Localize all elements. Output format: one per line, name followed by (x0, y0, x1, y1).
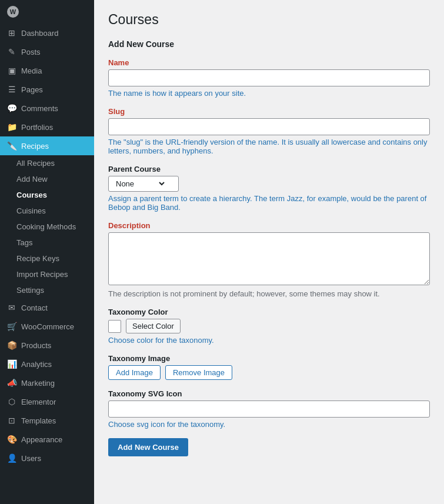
submenu-settings[interactable]: Settings (0, 282, 94, 298)
submenu-courses[interactable]: Courses (0, 187, 94, 203)
color-swatch (108, 320, 121, 333)
slug-label: Slug (108, 107, 430, 116)
sidebar: W ⊞ Dashboard ✎ Posts ▣ Media ☰ Pages 💬 … (0, 0, 94, 504)
sidebar-item-label: Contact (21, 303, 48, 312)
name-field-group: Name The name is how it appears on your … (108, 58, 430, 98)
taxonomy-color-hint: Choose color for the taxonomy. (108, 336, 430, 345)
woocommerce-icon: 🛒 (7, 322, 16, 331)
sidebar-logo: W (0, 0, 94, 24)
form-section-title: Add New Course (108, 39, 430, 49)
taxonomy-image-label: Taxonomy Image (108, 354, 430, 363)
add-new-course-button[interactable]: Add New Course (108, 438, 188, 456)
analytics-icon: 📊 (7, 359, 16, 369)
name-hint: The name is how it appears on your site. (108, 89, 430, 98)
active-indicator (92, 136, 94, 155)
sidebar-item-label: Marketing (21, 379, 55, 388)
sidebar-item-label: Recipes (21, 142, 49, 151)
description-hint: The description is not prominent by defa… (108, 289, 430, 298)
remove-image-button[interactable]: Remove Image (165, 365, 232, 380)
parent-course-select[interactable]: None (113, 179, 166, 189)
sidebar-item-analytics[interactable]: 📊 Analytics (0, 355, 94, 373)
sidebar-item-label: Posts (21, 48, 41, 56)
taxonomy-image-group: Taxonomy Image Add Image Remove Image (108, 354, 430, 380)
sidebar-item-dashboard[interactable]: ⊞ Dashboard (0, 24, 94, 42)
slug-hint: The "slug" is the URL-friendly version o… (108, 138, 430, 155)
description-field-group: Description The description is not promi… (108, 221, 430, 298)
media-icon: ▣ (7, 66, 16, 75)
taxonomy-svg-label: Taxonomy SVG Icon (108, 389, 430, 398)
parent-hint: Assign a parent term to create a hierarc… (108, 194, 430, 212)
sidebar-item-label: Users (21, 454, 41, 463)
sidebar-item-marketing[interactable]: 📣 Marketing (0, 373, 94, 392)
sidebar-item-contact[interactable]: ✉ Contact (0, 298, 94, 317)
sidebar-item-label: Templates (21, 416, 56, 425)
parent-course-select-wrapper[interactable]: None (108, 176, 179, 192)
sidebar-item-label: Comments (21, 104, 58, 113)
sidebar-item-products[interactable]: 📦 Products (0, 336, 94, 355)
description-textarea[interactable] (108, 232, 430, 285)
sidebar-item-label: Pages (21, 85, 43, 94)
main-content: Courses Add New Course Name The name is … (94, 0, 444, 504)
sidebar-item-comments[interactable]: 💬 Comments (0, 99, 94, 118)
comments-icon: 💬 (7, 104, 16, 113)
select-color-button[interactable]: Select Color (126, 319, 181, 333)
submit-section: Add New Course (108, 438, 430, 456)
sidebar-item-appearance[interactable]: 🎨 Appearance (0, 430, 94, 449)
parent-course-label: Parent Course (108, 165, 430, 173)
parent-course-field-group: Parent Course None Assign a parent term … (108, 165, 430, 212)
taxonomy-color-group: Taxonomy Color Select Color Choose color… (108, 308, 430, 345)
taxonomy-image-btn-group: Add Image Remove Image (108, 365, 430, 380)
portfolios-icon: 📁 (7, 122, 16, 132)
submenu-recipe-keys[interactable]: Recipe Keys (0, 251, 94, 266)
sidebar-item-pages[interactable]: ☰ Pages (0, 80, 94, 99)
posts-icon: ✎ (7, 47, 16, 56)
products-icon: 📦 (7, 341, 16, 350)
sidebar-item-users[interactable]: 👤 Users (0, 449, 94, 468)
pages-icon: ☰ (7, 85, 16, 94)
submenu-cooking-methods[interactable]: Cooking Methods (0, 219, 94, 235)
sidebar-item-label: Media (21, 66, 42, 75)
dashboard-icon: ⊞ (7, 28, 16, 38)
submenu-add-new[interactable]: Add New (0, 171, 94, 187)
taxonomy-color-label: Taxonomy Color (108, 308, 430, 316)
sidebar-item-elementor[interactable]: ⬡ Elementor (0, 392, 94, 411)
submenu-cuisines[interactable]: Cuisines (0, 203, 94, 219)
sidebar-item-posts[interactable]: ✎ Posts (0, 42, 94, 61)
users-icon: 👤 (7, 453, 16, 463)
taxonomy-svg-input[interactable] (108, 400, 430, 418)
recipes-submenu: All Recipes Add New Courses Cuisines Coo… (0, 155, 94, 298)
recipes-icon: 🔪 (7, 141, 16, 151)
sidebar-item-label: Dashboard (21, 29, 59, 38)
sidebar-item-label: Elementor (21, 398, 56, 406)
wp-logo-icon: W (7, 6, 19, 18)
marketing-icon: 📣 (7, 378, 16, 388)
add-image-button[interactable]: Add Image (108, 365, 161, 380)
slug-field-group: Slug The "slug" is the URL-friendly vers… (108, 107, 430, 155)
sidebar-item-woocommerce[interactable]: 🛒 WooCommerce (0, 317, 94, 336)
sidebar-item-templates[interactable]: ⊡ Templates (0, 411, 94, 430)
elementor-icon: ⬡ (7, 397, 16, 406)
sidebar-item-media[interactable]: ▣ Media (0, 61, 94, 80)
name-label: Name (108, 58, 430, 67)
submenu-import-recipes[interactable]: Import Recipes (0, 266, 94, 282)
page-title: Courses (108, 12, 430, 28)
contact-icon: ✉ (7, 303, 16, 312)
description-label: Description (108, 221, 430, 230)
sidebar-item-portfolios[interactable]: 📁 Portfolios (0, 118, 94, 136)
name-input[interactable] (108, 69, 430, 86)
sidebar-item-label: Analytics (21, 360, 52, 369)
submenu-tags[interactable]: Tags (0, 235, 94, 251)
appearance-icon: 🎨 (7, 435, 16, 444)
sidebar-item-label: Products (21, 341, 51, 350)
sidebar-item-label: Appearance (21, 435, 62, 444)
svg-hint: Choose svg icon for the taxonomy. (108, 420, 430, 429)
sidebar-item-label: WooCommerce (21, 322, 74, 331)
taxonomy-svg-group: Taxonomy SVG Icon Choose svg icon for th… (108, 389, 430, 429)
sidebar-item-label: Portfolios (21, 123, 53, 132)
templates-icon: ⊡ (7, 416, 16, 425)
sidebar-item-recipes[interactable]: 🔪 Recipes (0, 136, 94, 155)
slug-input[interactable] (108, 118, 430, 135)
submenu-all-recipes[interactable]: All Recipes (0, 155, 94, 171)
